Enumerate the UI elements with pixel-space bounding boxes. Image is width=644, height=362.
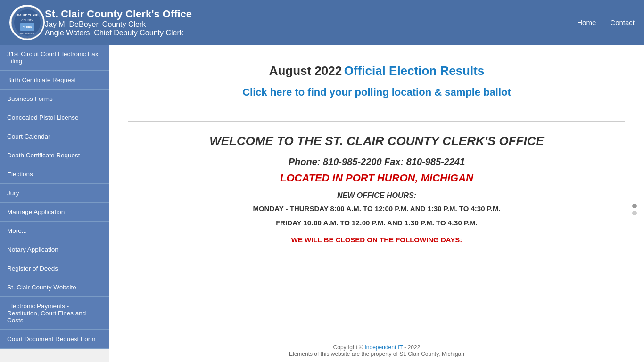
office-title: St. Clair County Clerk's Office — [45, 8, 577, 20]
scroll-dot-1 — [632, 204, 637, 208]
footer-year: - 2022 — [404, 344, 420, 351]
sidebar-item-elections[interactable]: Elections — [0, 165, 109, 184]
office-hours-title: NEW OFFICE HOURS: — [128, 191, 625, 200]
nav-home[interactable]: Home — [577, 18, 596, 26]
main-layout: 31st Circuit Court Electronic Fax Filing… — [0, 45, 644, 362]
sidebar: 31st Circuit Court Electronic Fax Filing… — [0, 45, 109, 362]
svg-text:CLERK: CLERK — [22, 26, 32, 29]
hours-weekday: MONDAY - THURSDAY 8:00 A.M. TO 12:00 P.M… — [128, 204, 625, 214]
hours-friday: FRIDAY 10:00 A.M. TO 12:00 P.M. AND 1:30… — [128, 218, 625, 229]
closed-notice-link[interactable]: WE WILL BE CLOSED ON THE FOLLOWING DAYS: — [291, 236, 462, 244]
clerk-name: Jay M. DeBoyer, County Clerk — [45, 20, 577, 29]
election-results-link[interactable]: Official Election Results — [344, 64, 485, 78]
header: SAINT CLAIR COUNTY CLERK MICHIGAN St. Cl… — [0, 0, 644, 45]
footer-line2: Elements of this website are the propert… — [289, 351, 464, 357]
footer: Copyright © Independent IT - 2022 Elemen… — [109, 344, 644, 357]
header-text: St. Clair County Clerk's Office Jay M. D… — [45, 8, 577, 37]
welcome-title: WELCOME TO THE ST. CLAIR COUNTY CLERK'S … — [128, 133, 625, 149]
footer-company-link[interactable]: Independent IT — [365, 344, 403, 351]
polling-location-link[interactable]: Click here to find your polling location… — [128, 85, 625, 100]
sidebar-item-business-forms[interactable]: Business Forms — [0, 90, 109, 108]
welcome-section: WELCOME TO THE ST. CLAIR COUNTY CLERK'S … — [128, 133, 625, 244]
sidebar-item-death-cert[interactable]: Death Certificate Request — [0, 146, 109, 165]
svg-text:MICHIGAN: MICHIGAN — [20, 32, 34, 35]
sidebar-item-county-website[interactable]: St. Clair County Website — [0, 278, 109, 297]
scroll-dot-2 — [632, 211, 637, 215]
sidebar-item-marriage[interactable]: Marriage Application — [0, 203, 109, 222]
svg-text:COUNTY: COUNTY — [21, 19, 33, 22]
election-section: August 2022 Official Election Results Cl… — [128, 54, 625, 109]
sidebar-item-concealed-pistol[interactable]: Concealed Pistol License — [0, 108, 109, 127]
svg-text:SAINT CLAIR: SAINT CLAIR — [17, 14, 37, 17]
nav-contact[interactable]: Contact — [610, 18, 635, 26]
deputy-clerk-name: Angie Waters, Chief Deputy County Clerk — [45, 29, 577, 37]
header-nav: Home Contact — [577, 18, 635, 26]
scroll-dots — [632, 204, 637, 215]
section-divider — [128, 121, 625, 122]
sidebar-item-notary[interactable]: Notary Application — [0, 240, 109, 259]
sidebar-item-epayments[interactable]: Electronic Payments - Restitution, Court… — [0, 297, 109, 330]
election-date: August 2022 — [269, 64, 342, 78]
main-content: August 2022 Official Election Results Cl… — [109, 45, 644, 362]
sidebar-item-register-deeds[interactable]: Register of Deeds — [0, 259, 109, 278]
footer-copyright: Copyright © — [333, 344, 363, 351]
location-info: LOCATED IN PORT HURON, MICHIGAN — [128, 172, 625, 184]
sidebar-item-birth-cert[interactable]: Birth Certificate Request — [0, 71, 109, 90]
election-date-line: August 2022 Official Election Results — [128, 64, 625, 78]
phone-info: Phone: 810-985-2200 Fax: 810-985-2241 — [128, 156, 625, 167]
sidebar-item-court-doc-form[interactable]: Court Document Request Form — [0, 330, 109, 349]
sidebar-item-more[interactable]: More... — [0, 222, 109, 240]
sidebar-item-jury[interactable]: Jury — [0, 184, 109, 203]
sidebar-item-court-calendar[interactable]: Court Calendar — [0, 127, 109, 146]
sidebar-item-circuit-court[interactable]: 31st Circuit Court Electronic Fax Filing — [0, 45, 109, 71]
logo: SAINT CLAIR COUNTY CLERK MICHIGAN — [9, 5, 45, 40]
